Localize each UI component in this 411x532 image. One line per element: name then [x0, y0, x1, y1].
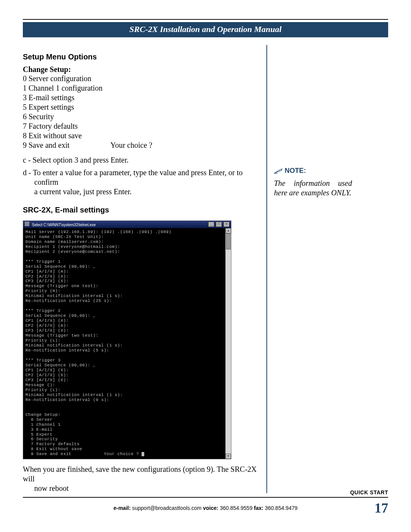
- menu-item: 3 E-mail settings: [23, 93, 259, 102]
- terminal-body: Mail server (192.168.1.89): (192) .(168)…: [23, 228, 231, 459]
- menu-item: 8 Exit without save: [23, 131, 259, 141]
- footer-email-label: e-mail:: [113, 505, 131, 511]
- terminal-window-buttons: _ □ ×: [208, 222, 229, 227]
- footer-fax-value: 360.854.9479: [263, 505, 298, 511]
- top-rule: [23, 19, 388, 20]
- menu-last-row: 9 Save and exit Your choice ?: [23, 141, 259, 150]
- terminal-output: Mail server (192.168.1.89): (192) .(168)…: [23, 228, 225, 459]
- close-icon[interactable]: ×: [223, 222, 229, 227]
- footer: QUICK START e-mail: support@broadcasttoo…: [23, 489, 388, 516]
- footer-line: e-mail: support@broadcasttools.com voice…: [23, 500, 388, 516]
- scroll-up-icon[interactable]: ▴: [226, 228, 231, 233]
- footer-voice-label: voice:: [203, 505, 218, 511]
- menu-item: 7 Factory defaults: [23, 121, 259, 131]
- terminal-window: Select C:\WINNT\system32\telnet.exe _ □ …: [23, 220, 231, 459]
- minimize-icon[interactable]: _: [208, 222, 214, 227]
- instruction-c: c - Select option 3 and press Enter.: [23, 155, 259, 165]
- terminal-title-left: Select C:\WINNT\system32\telnet.exe: [25, 222, 96, 227]
- header-bar: SRC-2X Installation and Operation Manual: [23, 22, 388, 37]
- menu-last-left: 9 Save and exit: [23, 141, 110, 150]
- terminal-app-icon: [25, 222, 29, 226]
- after-line1: When you are finished, save the new conf…: [23, 465, 259, 484]
- terminal-cursor: [142, 452, 144, 456]
- note-label: NOTE:: [274, 167, 388, 175]
- change-setup-list: 0 Server configuration 1 Channel 1 confi…: [23, 74, 259, 150]
- setup-menu-heading: Setup Menu Options: [23, 53, 259, 61]
- footer-rule: [23, 497, 388, 498]
- terminal-titlebar: Select C:\WINNT\system32\telnet.exe _ □ …: [23, 221, 231, 228]
- note-label-text: NOTE:: [285, 167, 306, 175]
- terminal-scrollbar[interactable]: ▴ ▾: [225, 228, 231, 459]
- menu-item: 6 Security: [23, 112, 259, 121]
- note-block: NOTE: The information used here are exam…: [274, 167, 388, 198]
- terminal-text: Mail server (192.168.1.89): (192) .(168)…: [25, 230, 171, 457]
- scroll-down-icon[interactable]: ▾: [226, 454, 231, 459]
- instruction-d-line2: a current value, just press Enter.: [23, 187, 259, 197]
- footer-voice-value: 360.854.9559: [218, 505, 254, 511]
- maximize-icon[interactable]: □: [216, 222, 222, 227]
- footer-email-value: support@broadcasttools.com: [131, 505, 203, 511]
- page-number: 17: [365, 500, 388, 516]
- footer-fax-label: fax:: [254, 505, 263, 511]
- instruction-d-line1: d - To enter a value for a parameter, ty…: [23, 168, 259, 187]
- change-setup-label: Change Setup:: [23, 65, 259, 74]
- note-body: The information used here are examples O…: [274, 179, 352, 198]
- sidebar-column: NOTE: The information used here are exam…: [266, 45, 388, 493]
- content-area: Setup Menu Options Change Setup: 0 Serve…: [23, 45, 388, 493]
- footer-contact: e-mail: support@broadcasttools.com voice…: [46, 505, 365, 511]
- terminal-title-text: Select C:\WINNT\system32\telnet.exe: [32, 223, 96, 227]
- menu-item: 0 Server configuration: [23, 74, 259, 83]
- scroll-thumb[interactable]: [226, 233, 231, 249]
- quick-start-label: QUICK START: [23, 489, 388, 495]
- menu-last-right: Your choice ?: [110, 141, 152, 150]
- email-settings-heading: SRC-2X, E-mail settings: [23, 206, 259, 214]
- menu-item: 1 Channel 1 configuration: [23, 83, 259, 93]
- menu-item: 5 Expert settings: [23, 102, 259, 112]
- main-column: Setup Menu Options Change Setup: 0 Serve…: [23, 45, 259, 493]
- pen-icon: [274, 168, 282, 174]
